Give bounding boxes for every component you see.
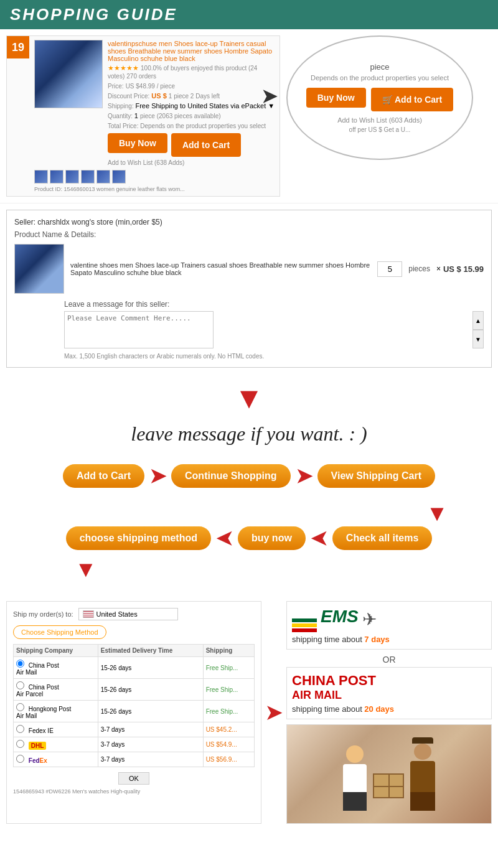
flag-us-icon — [83, 610, 94, 618]
order-price: US $ 15.99 — [443, 264, 484, 274]
ship-to-row: Ship my order(s) to: United States — [13, 608, 255, 620]
off-text: off per US $ Get a U... — [349, 126, 411, 133]
thumb-6 — [112, 170, 126, 184]
company-cell: FedEx — [14, 752, 98, 767]
dhl-logo: DHL — [29, 742, 47, 750]
or-divider: OR — [286, 655, 492, 665]
ship-radio-6[interactable] — [16, 755, 24, 763]
shipping-label: Shipping: — [108, 103, 135, 110]
ok-button[interactable]: OK — [118, 772, 149, 785]
buy-now-button-callout[interactable]: Buy Now — [306, 88, 366, 108]
product-info: valentinpschuse men Shoes lace-up Traine… — [108, 40, 276, 166]
delivery-cell: 3-7 days — [98, 722, 203, 737]
down-arrow-2-icon: ▼ — [426, 500, 448, 526]
down-arrow-2-wrapper: ▼ — [12, 500, 486, 526]
delivery-scene — [337, 731, 441, 817]
piece-label: piece — [370, 62, 389, 72]
china-post-box: CHINA POST AIR MAIL shipping time about … — [286, 667, 492, 719]
off-label: off per US $ — [349, 126, 382, 133]
table-row: Hongkong PostAir Mail 15-26 days Free Sh… — [14, 701, 255, 722]
qty-row: Quantity: 1 piece (2063 pieces available… — [108, 112, 276, 119]
ems-ship-time-text: shipping time about — [292, 635, 364, 644]
product-thumbs — [11, 170, 276, 184]
ship-radio-3[interactable] — [16, 703, 24, 711]
order-pieces: pieces — [408, 264, 430, 273]
product-id-top: Product ID: 1546860013 women genuine lea… — [11, 186, 276, 192]
shipping-table: Shipping Company Estimated Delivery Time… — [13, 644, 255, 767]
order-qty-box[interactable]: 5 — [377, 261, 402, 277]
thumb-3 — [65, 170, 79, 184]
down-arrow-icon: ▼ — [0, 383, 498, 413]
badge-19: 19 — [7, 36, 29, 58]
ship-to-label: Ship my order(s) to: — [13, 610, 73, 618]
flow-section: Add to Cart ➤ Continue Shopping ➤ View S… — [0, 458, 498, 589]
continue-shopping-btn[interactable]: Continue Shopping — [171, 464, 291, 488]
delivery-cell: 15-26 days — [98, 679, 203, 701]
depends-text: Depends on the product properties you se… — [311, 74, 449, 82]
col-cost: Shipping — [203, 645, 254, 657]
scroll-down-btn[interactable]: ▼ — [472, 330, 484, 348]
choose-shipping-method-btn[interactable]: choose shipping method — [66, 526, 211, 550]
callout-section: ➤ piece Depends on the product propertie… — [286, 35, 492, 160]
discount-detail: 1 piece 2 Days left — [169, 93, 220, 100]
check-all-items-btn[interactable]: Check all items — [332, 526, 433, 550]
leave-message-text: leave message if you want. : ) — [0, 416, 498, 458]
product-title: valentinpschuse men Shoes lace-up Traine… — [108, 40, 276, 62]
buy-now-flow-btn[interactable]: buy now — [238, 526, 306, 550]
order-thumb — [14, 244, 64, 294]
cost-cell: US $54.9... — [203, 737, 254, 752]
col-delivery: Estimated Delivery Time — [98, 645, 203, 657]
down-arrow-3-wrapper: ▼ — [12, 556, 486, 582]
shipping-text: Free Shipping to United States via ePack… — [135, 102, 275, 110]
old-price: US $48.99 / piece — [126, 83, 176, 90]
ship-radio-4[interactable] — [16, 725, 24, 733]
china-post-ship-time: shipping time about 20 days — [292, 704, 486, 714]
woman-figure — [343, 745, 367, 811]
ship-radio-2[interactable] — [16, 681, 24, 689]
thumb-5 — [96, 170, 110, 184]
ship-radio-1[interactable] — [16, 660, 24, 668]
arrow-3: ➤ — [216, 526, 233, 550]
col-company: Shipping Company — [14, 645, 98, 657]
page-title: SHOPPING GUIDE — [10, 5, 488, 24]
company-cell: China PostAir Parcel — [14, 679, 98, 701]
delivery-cell: 15-26 days — [98, 701, 203, 722]
ems-box: EMS ✈ shipping time about 7 days — [286, 601, 492, 650]
cost-cell: US $45.2... — [203, 722, 254, 737]
down-arrow-3-icon: ▼ — [75, 556, 97, 582]
top-section: 19 valentinpschuse men Shoes lace-up Tra… — [0, 29, 498, 203]
choose-ship-btn[interactable]: Choose Shipping Method — [13, 625, 106, 639]
delivery-image — [286, 724, 492, 824]
shipping-panel: Ship my order(s) to: United States Choos… — [6, 601, 261, 824]
product-top-row: valentinpschuse men Shoes lace-up Traine… — [11, 40, 276, 166]
add-to-cart-button-top[interactable]: Add to Cart — [171, 133, 241, 157]
ship-to-input[interactable]: United States — [78, 608, 178, 620]
package-box — [373, 773, 404, 798]
cost-cell: Free Ship... — [203, 679, 254, 701]
orders-text: 270 orders — [126, 73, 156, 80]
ems-plane-icon: ✈ — [362, 609, 377, 630]
buy-now-button-top[interactable]: Buy Now — [108, 133, 167, 153]
thumb-2 — [50, 170, 63, 184]
china-post-title: CHINA POST — [292, 673, 486, 689]
red-arrow-right-icon: ➤ — [265, 601, 283, 824]
thumb-1 — [34, 170, 48, 184]
max-chars: Max. 1,500 English characters or Arabic … — [64, 353, 484, 360]
page-header: SHOPPING GUIDE — [0, 0, 498, 29]
scroll-up-btn[interactable]: ▲ — [472, 311, 484, 330]
view-shipping-cart-btn[interactable]: View Shipping Cart — [317, 464, 436, 488]
message-textarea[interactable] — [64, 311, 214, 348]
cost-cell: Free Ship... — [203, 657, 254, 679]
order-product-name: valentine shoes men Shoes lace-up Traine… — [70, 261, 371, 276]
table-row: DHL 3-7 days US $54.9... — [14, 737, 255, 752]
company-cell: Hongkong PostAir Mail — [14, 701, 98, 722]
add-to-cart-flow-btn[interactable]: Add to Cart — [63, 464, 144, 488]
china-post-ship-time-text: shipping time about — [292, 704, 364, 714]
message-label: Leave a message for this seller: — [64, 300, 484, 309]
shipping-info-panel: EMS ✈ shipping time about 7 days OR CHIN… — [286, 601, 492, 824]
add-to-cart-button-callout[interactable]: 🛒 Add to Cart — [371, 88, 454, 111]
company-cell: DHL — [14, 737, 98, 752]
arrow-1: ➤ — [149, 464, 166, 488]
qty-detail: piece (2063 pieces available) — [140, 113, 221, 119]
ship-radio-5[interactable] — [16, 740, 24, 748]
